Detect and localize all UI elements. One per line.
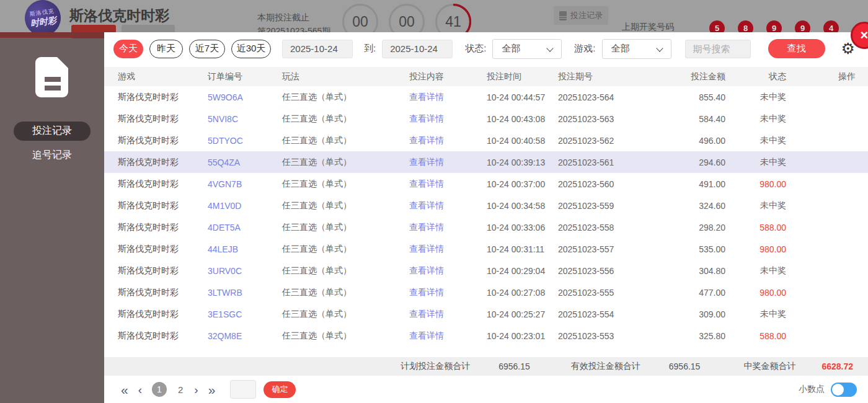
cell-play: 任三直选（单式）: [282, 200, 409, 211]
date-to-input[interactable]: 2025-10-24: [382, 40, 453, 58]
chevron-down-icon: [656, 45, 663, 51]
cell-time: 10-24 00:44:57: [487, 92, 558, 102]
prev-page-button[interactable]: ‹: [138, 384, 142, 396]
view-detail-link[interactable]: 查看详情: [409, 135, 444, 145]
cell-status: 未中奖: [725, 135, 786, 146]
cell-time: 10-24 00:39:13: [487, 157, 558, 167]
order-link[interactable]: 4DET5A: [208, 223, 241, 232]
view-detail-link[interactable]: 查看详情: [409, 157, 444, 167]
cell-game: 斯洛伐克时时彩: [104, 135, 208, 146]
view-detail-link[interactable]: 查看详情: [409, 309, 444, 319]
view-detail-link[interactable]: 查看详情: [409, 92, 444, 102]
col-content: 投注内容: [409, 71, 487, 82]
order-link[interactable]: 5DTYOC: [208, 136, 243, 146]
order-link[interactable]: 3URV0C: [208, 266, 242, 276]
order-link[interactable]: 55Q4ZA: [208, 157, 240, 167]
order-link[interactable]: 44LEJB: [208, 244, 238, 254]
cell-order: 3URV0C: [208, 266, 282, 276]
records-doc-icon: [35, 57, 68, 97]
order-link[interactable]: 4M1V0D: [208, 201, 241, 211]
cell-period: 20251023-560: [558, 179, 663, 189]
view-detail-link[interactable]: 查看详情: [409, 244, 444, 254]
cell-status: 未中奖: [725, 113, 786, 125]
cell-status: 980.00: [725, 244, 786, 254]
order-link[interactable]: 32QM8E: [208, 331, 242, 341]
cell-play: 任三直选（单式）: [282, 330, 409, 342]
table-row: 斯洛伐克时时彩 3LTWRB 任三直选（单式） 查看详情 10-24 00:27…: [104, 281, 868, 303]
filter-30days-button[interactable]: 近30天: [231, 40, 271, 58]
cell-order: 4DET5A: [208, 223, 282, 232]
order-link[interactable]: 3LTWRB: [208, 288, 242, 298]
cell-content: 查看详情: [409, 330, 487, 342]
cell-play: 任三直选（单式）: [282, 244, 409, 255]
cell-order: 44LEJB: [208, 244, 282, 254]
cell-amount: 535.00: [663, 244, 725, 254]
filter-today-button[interactable]: 今天: [113, 40, 143, 58]
cell-status: 980.00: [725, 288, 786, 298]
cell-game: 斯洛伐克时时彩: [104, 309, 208, 320]
table-row: 斯洛伐克时时彩 5NVI8C 任三直选（单式） 查看详情 10-24 00:43…: [104, 108, 868, 130]
lottery-title: 斯洛伐克时时彩: [69, 6, 169, 25]
doc-icon-line: [45, 86, 61, 91]
cell-content: 查看详情: [409, 179, 487, 190]
sidebar-item-chase-records[interactable]: 追号记录: [14, 147, 91, 163]
next-page-button[interactable]: ›: [194, 384, 198, 396]
view-detail-link[interactable]: 查看详情: [409, 179, 444, 188]
view-detail-link[interactable]: 查看详情: [409, 113, 444, 123]
first-page-button[interactable]: «: [121, 383, 128, 396]
date-to-label: 到:: [364, 43, 376, 55]
order-link[interactable]: 4VGN7B: [208, 179, 242, 189]
table-row: 斯洛伐克时时彩 4M1V0D 任三直选（单式） 查看详情 10-24 00:34…: [104, 195, 868, 216]
cell-order: 5W9O6A: [208, 92, 282, 102]
cell-play: 任三直选（单式）: [282, 222, 409, 233]
cell-period: 20251023-556: [558, 266, 663, 276]
sidebar-item-bet-records[interactable]: 投注记录: [14, 122, 91, 141]
filter-7days-button[interactable]: 近7天: [189, 40, 225, 58]
cell-time: 10-24 00:25:27: [487, 309, 558, 319]
game-select[interactable]: 全部: [602, 39, 671, 59]
cell-play: 任三直选（单式）: [282, 92, 409, 103]
view-detail-link[interactable]: 查看详情: [409, 265, 444, 275]
table-row: 斯洛伐克时时彩 55Q4ZA 任三直选（单式） 查看详情 10-24 00:39…: [104, 151, 868, 173]
view-detail-link[interactable]: 查看详情: [409, 330, 444, 340]
decimal-toggle-group: 小数点: [799, 383, 857, 397]
page-1-button[interactable]: 1: [152, 382, 167, 397]
confirm-button[interactable]: 确定: [264, 381, 296, 398]
date-from-input[interactable]: 2025-10-24: [282, 40, 353, 58]
view-detail-link[interactable]: 查看详情: [409, 287, 444, 297]
status-filter-label: 状态:: [465, 43, 486, 55]
table-row: 斯洛伐克时时彩 44LEJB 任三直选（单式） 查看详情 10-24 00:31…: [104, 238, 868, 260]
cell-play: 任三直选（单式）: [282, 113, 409, 125]
cell-content: 查看详情: [409, 92, 487, 103]
cell-order: 4VGN7B: [208, 179, 282, 189]
plan-total-value: 6956.15: [498, 361, 530, 371]
cell-game: 斯洛伐克时时彩: [104, 179, 208, 190]
view-detail-link[interactable]: 查看详情: [409, 222, 444, 232]
order-link[interactable]: 5NVI8C: [208, 114, 238, 124]
period-search-input[interactable]: [685, 40, 751, 58]
cell-amount: 491.00: [663, 179, 725, 189]
order-link[interactable]: 3E1SGC: [208, 309, 242, 319]
cell-content: 查看详情: [409, 157, 487, 168]
cell-status: 未中奖: [725, 265, 786, 277]
chevron-down-icon: [547, 45, 554, 51]
page-jump-input[interactable]: [230, 380, 256, 399]
table-row: 斯洛伐克时时彩 5W9O6A 任三直选（单式） 查看详情 10-24 00:44…: [104, 86, 868, 108]
col-action: 操作: [786, 71, 868, 82]
search-button[interactable]: 查找: [768, 39, 825, 58]
bet-record-button[interactable]: 投注记录: [554, 6, 608, 25]
cell-status: 980.00: [725, 179, 786, 189]
status-select[interactable]: 全部: [492, 39, 562, 59]
win-total-value: 6628.72: [822, 361, 853, 371]
cell-period: 20251023-561: [558, 157, 663, 167]
page-2-button[interactable]: 2: [178, 384, 183, 395]
filter-yesterday-button[interactable]: 昨天: [149, 40, 183, 58]
bet-record-button-label: 投注记录: [570, 10, 603, 21]
cell-content: 查看详情: [409, 309, 487, 320]
order-link[interactable]: 5W9O6A: [208, 92, 243, 102]
view-detail-link[interactable]: 查看详情: [409, 200, 444, 210]
cell-game: 斯洛伐克时时彩: [104, 200, 208, 211]
decimal-toggle[interactable]: [831, 383, 857, 397]
table-body: 斯洛伐克时时彩 5W9O6A 任三直选（单式） 查看详情 10-24 00:44…: [104, 86, 868, 347]
last-page-button[interactable]: »: [208, 383, 216, 396]
